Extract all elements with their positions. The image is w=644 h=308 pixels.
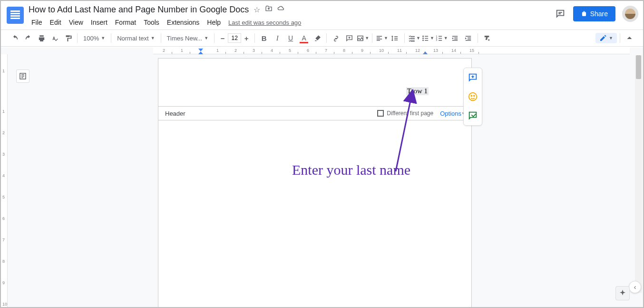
vertical-scrollbar[interactable]: [635, 55, 642, 293]
explore-button[interactable]: [615, 286, 630, 300]
header-label: Header: [165, 110, 185, 117]
svg-point-10: [474, 95, 475, 96]
header-options-link[interactable]: Options ▾: [440, 110, 465, 117]
emoji-icon[interactable]: [467, 91, 478, 102]
svg-point-9: [471, 95, 472, 96]
text-color-button[interactable]: A: [298, 32, 310, 44]
svg-point-8: [469, 93, 477, 101]
annotation-text: Enter your last name: [292, 162, 410, 178]
document-page[interactable]: Trow 1 Header Different first page Optio…: [158, 58, 472, 307]
suggest-edits-icon[interactable]: [467, 110, 478, 121]
header-bar: Header Different first page Options ▾: [158, 106, 471, 120]
add-comment-icon[interactable]: [467, 72, 478, 83]
comment-side-panel: [463, 68, 482, 126]
header-content[interactable]: Trow 1: [406, 87, 429, 95]
side-panel-toggle[interactable]: ‹: [629, 281, 641, 293]
outline-button[interactable]: [16, 70, 29, 83]
horizontal-ruler[interactable]: 21123456789101112131415: [153, 48, 630, 54]
different-first-page-checkbox[interactable]: Different first page: [377, 110, 433, 117]
vertical-ruler[interactable]: 11234567891011: [1, 54, 8, 307]
